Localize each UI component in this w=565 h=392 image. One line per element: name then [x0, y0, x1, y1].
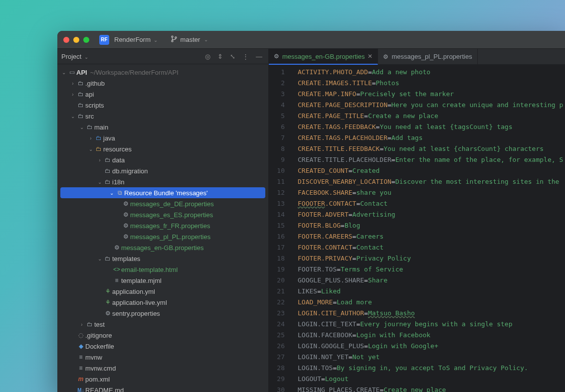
ide-body: Project ⌄ ◎ ⇕ ⤡ ⋮ — ⌄▭API~/Workspace/Ren… — [57, 49, 565, 392]
code-line[interactable]: CREATED_COUNT=Created — [298, 165, 565, 176]
tree-arrow-icon[interactable]: ⌄ — [69, 114, 76, 119]
code-line[interactable]: LIKES=Liked — [298, 286, 565, 297]
tree-item[interactable]: ⌄🗀src — [57, 111, 268, 122]
code-line[interactable]: FOOTER.CAREERS=Careers — [298, 231, 565, 242]
code-line[interactable]: FOOTER.PRIVACY=Privacy Policy — [298, 253, 565, 264]
code-line[interactable]: GOOGLE_PLUS.SHARE=Share — [298, 275, 565, 286]
hide-icon[interactable]: — — [254, 53, 264, 60]
tree-arrow-icon[interactable]: › — [69, 81, 76, 86]
more-icon[interactable]: ⋮ — [240, 53, 251, 60]
project-title-label: Project — [61, 53, 81, 60]
maximize-icon[interactable] — [83, 37, 89, 43]
tree-item[interactable]: ⚙messages_fr_FR.properties — [57, 220, 268, 231]
code-line[interactable]: DISCOVER_NEARBY_LOCATION=Discover the mo… — [298, 176, 565, 187]
tree-item[interactable]: ⚙sentry.properties — [57, 308, 268, 319]
tree-item-label: resources — [103, 145, 132, 153]
tree-item[interactable]: ⌄🗀i18n — [57, 176, 268, 187]
tree-item-label: db.migration — [112, 167, 148, 175]
tree-item[interactable]: ⚙messages_de_DE.properties — [57, 198, 268, 209]
tree-item[interactable]: ⚘application.yml — [57, 286, 268, 297]
code-line[interactable]: LOGIN.FACEBOOK=Login with Facebook — [298, 330, 565, 341]
code-line[interactable]: CREATE.TAGS.FEEDBACK=You need at least {… — [298, 122, 565, 132]
tree-item[interactable]: ›🗀test — [57, 319, 268, 330]
code-line[interactable]: LOGIN.CITE_AUTHOR=Matsuo Basho — [298, 308, 565, 319]
tree-item[interactable]: 🗀scripts — [57, 100, 268, 111]
tree-item[interactable]: ⚙messages_en-GB.properties — [57, 242, 268, 253]
code-line[interactable]: LOGIN.CITE_TEXT=Every journey begins wit… — [298, 319, 565, 330]
tree-root[interactable]: ⌄▭API~/Workspace/RenderForm/API — [57, 67, 268, 78]
editor-tab[interactable]: ⚙messages_pl_PL.properties — [378, 49, 477, 64]
tree-item[interactable]: ⌄🗀main — [57, 122, 268, 132]
code-line[interactable]: LOAD_MORE=Load more — [298, 297, 565, 308]
tree-arrow-icon[interactable]: › — [69, 92, 76, 97]
tree-item[interactable]: ⚙messages_pl_PL.properties — [57, 231, 268, 242]
tree-item[interactable]: ⌄🗀resources — [57, 143, 268, 154]
close-icon[interactable] — [63, 37, 69, 43]
collapse-all-icon[interactable]: ⤡ — [228, 53, 237, 60]
tree-item[interactable]: <>email-template.html — [57, 264, 268, 275]
close-tab-icon[interactable]: ✕ — [368, 53, 373, 60]
tree-item[interactable]: ⌄🗀templates — [57, 253, 268, 264]
tree-item[interactable]: ›🗀data — [57, 154, 268, 165]
tree-item[interactable]: mpom.xml — [57, 374, 268, 385]
tree-item[interactable]: ≡mvnw — [57, 352, 268, 363]
tree-item[interactable]: ◆Dockerfile — [57, 341, 268, 352]
tree-item[interactable]: ◌.gitignore — [57, 330, 268, 341]
tree-item[interactable]: ›🗀.github — [57, 78, 268, 89]
editor-tab[interactable]: ⚙messages_en-GB.properties✕ — [269, 49, 378, 65]
editor-content[interactable]: ACTIVITY.PHOTO_ADD=Add a new photoCREATE… — [290, 65, 565, 392]
code-line[interactable]: CREATE.TITLE.FEEDBACK=You need at least … — [298, 143, 565, 154]
project-tool-title[interactable]: Project ⌄ — [61, 53, 88, 60]
tree-arrow-icon[interactable]: ⌄ — [108, 190, 115, 196]
tree-arrow-icon[interactable]: ⌄ — [96, 256, 103, 261]
tree-arrow-icon[interactable]: ⌄ — [96, 179, 103, 185]
code-line[interactable]: FOOTER.CONTACT=Contact — [298, 242, 565, 253]
code-line[interactable]: LOGIN.TOS=By signing in, you accept ToS … — [298, 363, 565, 374]
code-line[interactable]: CREATE.PAGE_DESCRIPTION=Here you can cre… — [298, 100, 565, 111]
tree-item-label: README.md — [85, 387, 124, 392]
tree-item[interactable]: 🗀db.migration — [57, 165, 268, 176]
tree-item[interactable]: ≡template.mjml — [57, 275, 268, 286]
code-line[interactable]: LOGIN.GOOGLE_PLUS=Login with Google+ — [298, 341, 565, 352]
editor[interactable]: 1234567891011121314151617181920212223242… — [269, 65, 565, 392]
code-line[interactable]: CREATE.IMAGES.TITLE=Photos — [298, 78, 565, 89]
code-line[interactable]: CREATE.MAP.INFO=Precisely set the marker — [298, 89, 565, 100]
tree-item[interactable]: M↓README.md — [57, 385, 268, 392]
tree-arrow-icon[interactable]: › — [87, 135, 94, 141]
tree-arrow-icon[interactable]: › — [96, 157, 103, 163]
code-line[interactable]: FOOTER.ADVERT=Advertising — [298, 209, 565, 220]
tree-item[interactable]: ⚙messages_es_ES.properties — [57, 209, 268, 220]
code-line[interactable]: FOOOTER.CONTACT=Contact — [298, 198, 565, 209]
line-number: 21 — [269, 286, 285, 297]
tree-item[interactable]: ⌄⧉Resource Bundle 'messages' — [60, 187, 265, 198]
code-line[interactable]: LOGOUT=Logout — [298, 374, 565, 385]
minimize-icon[interactable] — [73, 37, 79, 43]
code-line[interactable]: MISSING_PLACES.CREATE=Create new place — [298, 385, 565, 392]
project-selector[interactable]: RenderForm ⌄ — [114, 36, 158, 43]
project-tree[interactable]: ⌄▭API~/Workspace/RenderForm/API›🗀.github… — [57, 64, 268, 392]
code-line[interactable]: FOOTER.BLOG=Blog — [298, 220, 565, 231]
tree-arrow-icon[interactable]: ⌄ — [78, 125, 85, 130]
tree-item[interactable]: ⚘application-live.yml — [57, 297, 268, 308]
project-badge: RF — [99, 35, 109, 45]
tree-arrow-icon[interactable]: ⌄ — [87, 146, 94, 152]
tree-item-label: application.yml — [112, 288, 155, 295]
branch-name-label: master — [181, 36, 200, 43]
tree-arrow-icon[interactable]: › — [78, 322, 85, 327]
code-line[interactable]: CREATE.TAGS.PLACEHOLDER=Add tags — [298, 132, 565, 143]
tree-item[interactable]: ›🗀api — [57, 89, 268, 100]
code-line[interactable]: CREATE.PAGE_TITLE=Create a new place — [298, 111, 565, 122]
tree-item-label: template.mjml — [121, 277, 162, 284]
code-line[interactable]: FOOTER.TOS=Terms of Service — [298, 264, 565, 275]
code-line[interactable]: LOGIN.NOT_YET=Not yet — [298, 352, 565, 363]
line-number: 2 — [269, 78, 285, 89]
line-number: 26 — [269, 341, 285, 352]
tree-item[interactable]: ≡mvnw.cmd — [57, 363, 268, 374]
select-opened-file-icon[interactable]: ◎ — [203, 53, 212, 60]
vcs-branch-selector[interactable]: master ⌄ — [171, 35, 208, 44]
expand-all-icon[interactable]: ⇕ — [215, 53, 225, 60]
code-line[interactable]: FACEBOOK.SHARE=share you — [298, 187, 565, 198]
code-line[interactable]: ACTIVITY.PHOTO_ADD=Add a new photo — [298, 67, 565, 78]
code-line[interactable]: CREATE.TITLE.PLACEHOLDER=Enter the name … — [298, 154, 565, 165]
tree-item[interactable]: ›🗀java — [57, 132, 268, 143]
